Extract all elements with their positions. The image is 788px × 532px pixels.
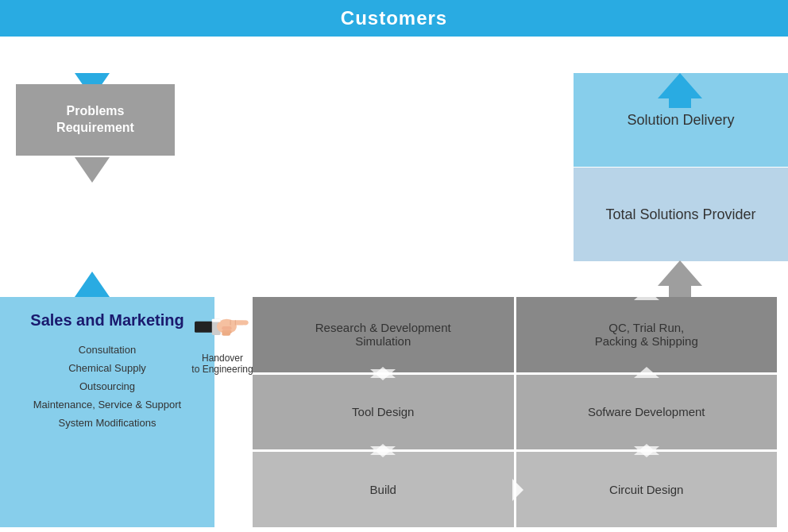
rd-simulation-cell: Research & DevelopmentSimulation	[253, 297, 514, 372]
qc-label: QC, Trial Run,Packing & Shipping	[595, 321, 698, 348]
build-right-arrow	[512, 479, 523, 501]
solution-delivery-label: Solution Delivery	[627, 112, 734, 129]
sales-title: Sales and Marketing	[30, 311, 183, 330]
software-label: Sofware Development	[588, 405, 705, 418]
problems-requirement-box: ProblemsRequirement	[16, 84, 175, 156]
svg-rect-9	[222, 333, 230, 336]
build-up-arrow	[370, 444, 396, 455]
customers-title: Customers	[341, 7, 447, 29]
build-cell: Build	[253, 452, 514, 527]
circuit-design-cell: Circuit Design	[516, 452, 778, 527]
tool-design-cell: Tool Design	[253, 375, 514, 450]
sales-item-consultation: Consultation	[79, 344, 136, 356]
big-blue-arrow-shaft	[669, 98, 691, 108]
big-gray-arrow-head	[658, 260, 702, 286]
sales-item-system: System Modifications	[59, 417, 156, 429]
hand-pointing-icon	[195, 306, 250, 346]
total-solutions-label: Total Solutions Provider	[605, 206, 755, 223]
sales-marketing-box: Sales and Marketing Consultation Chemica…	[0, 297, 214, 527]
arrow-down-gray	[75, 157, 110, 183]
svg-rect-10	[212, 319, 221, 322]
sales-item-outsourcing: Outsourcing	[79, 380, 135, 392]
tool-design-label: Tool Design	[352, 405, 414, 418]
engineering-grid: Research & DevelopmentSimulation QC, Tri…	[253, 297, 777, 527]
circuit-up-arrow	[634, 444, 659, 455]
big-blue-arrow-head	[658, 73, 702, 98]
sales-item-chemical: Chemical Supply	[68, 362, 146, 374]
qc-trial-cell: QC, Trial Run,Packing & Shipping	[516, 297, 778, 372]
tool-up-arrow	[370, 367, 396, 378]
qc-up-arrow	[634, 289, 659, 300]
arrow-up-blue-left	[75, 272, 110, 297]
big-gray-arrow-shaft	[669, 286, 691, 297]
big-gray-up-arrow-right	[658, 260, 702, 297]
main-content: ProblemsRequirement Sales and Marketing …	[0, 37, 788, 532]
customers-bar: Customers	[0, 0, 788, 37]
total-solutions-box: Total Solutions Provider	[574, 168, 788, 261]
circuit-label: Circuit Design	[609, 483, 683, 496]
build-label: Build	[370, 483, 396, 496]
svg-point-4	[242, 320, 249, 325]
software-up-arrow	[634, 367, 659, 378]
sales-item-maintenance: Maintenance, Service & Support	[33, 399, 181, 411]
handover-area: Handoverto Engineering	[187, 306, 258, 375]
problems-title: ProblemsRequirement	[56, 103, 134, 137]
svg-rect-7	[222, 326, 231, 330]
rd-label: Research & DevelopmentSimulation	[315, 321, 451, 348]
software-dev-cell: Sofware Development	[516, 375, 778, 450]
handover-label: Handoverto Engineering	[191, 353, 253, 375]
big-blue-up-arrow	[658, 73, 702, 108]
